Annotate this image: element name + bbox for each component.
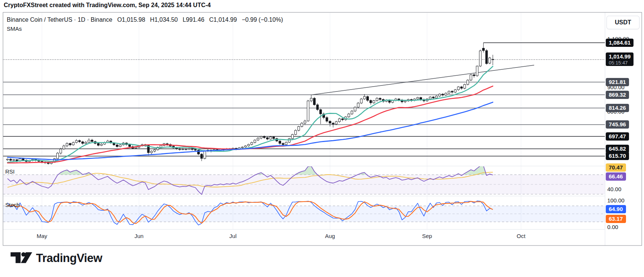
price-label: 1,014.9905:15:47 [606,52,634,66]
time-axis-label: Oct [517,233,525,239]
tradingview-snapshot: CryptoFXStreet created with TradingView.… [0,0,644,277]
axis-tick: 100.00 [607,197,625,204]
symbol-title[interactable]: Binance Coin / TetherUS · 1D · Binance [7,16,112,23]
price-label: 1,084.61 [606,39,634,47]
price-label-value: 921.81 [609,78,626,86]
stoch-pane-title[interactable]: Stoch [5,202,19,208]
rsi-label: 66.46 [606,172,626,181]
currency-toggle-button[interactable]: USDT [607,16,640,29]
axis-tick: 0.00 [607,223,618,231]
price-label: 615.70 [606,152,629,160]
price-label: 869.32 [606,91,629,99]
price-label-value: 697.47 [609,133,626,140]
ohlc-open: O1,015.98 [117,16,145,23]
time-axis-label: May [37,233,47,239]
price-label: 745.96 [606,120,629,129]
price-label-value: 869.32 [609,91,626,99]
price-label-value: 1,084.61 [609,39,631,46]
price-label-value: 645.82 [609,145,626,153]
rsi-ma-label: 70.47 [606,163,626,172]
price-label-value: 745.96 [609,121,626,128]
ohlc-close: C1,014.99 [209,16,237,23]
price-label-value: 1,014.99 [609,53,631,60]
price-label: 921.81 [606,78,629,86]
ohlc-low: L991.46 [183,16,204,23]
time-axis-label: Jul [229,233,237,239]
tradingview-logo-icon [10,251,32,265]
time-axis-label: Aug [325,233,335,239]
ohlc-change: −0.99 (−0.10%) [242,16,283,23]
tradingview-logo-text: TradingView [36,252,102,265]
price-label-value: 615.70 [609,152,626,160]
price-label-value: 814.26 [609,104,626,112]
stoch-d-label: 63.17 [606,215,626,223]
price-label: 814.26 [606,104,629,112]
symbol-title-row: Binance Coin / TetherUS · 1D · BinanceO1… [7,16,288,23]
rsi-pane-title[interactable]: RSI [5,168,15,175]
stoch-k-label: 64.90 [606,205,626,213]
price-label: 697.47 [606,132,629,141]
ohlc-high: H1,034.50 [150,16,178,23]
time-axis-label: Sep [422,233,432,239]
chart-canvas[interactable] [0,0,644,277]
countdown-timer: 05:15:47 [609,60,631,66]
tradingview-logo[interactable]: TradingView [10,251,102,265]
time-axis-label: Jun [135,233,144,239]
axis-tick: 40.00 [607,186,622,193]
sma-overlay-label[interactable]: SMAs [7,25,22,32]
